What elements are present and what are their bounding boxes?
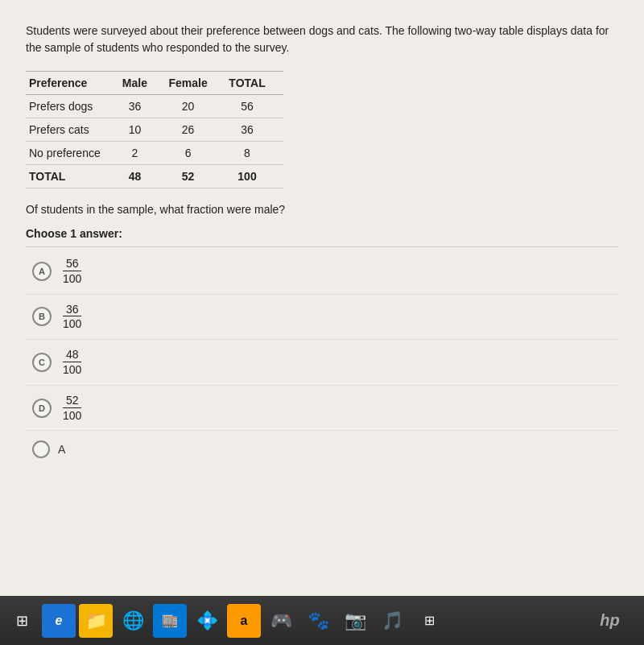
photo-icon[interactable]: 📷	[338, 604, 372, 638]
answer-circle-B[interactable]: B	[32, 307, 52, 326]
table-cell-male-2: 2	[119, 142, 166, 165]
table-cell-female-2: 6	[165, 142, 225, 165]
grid-icon[interactable]: ⊞	[412, 604, 446, 638]
answer-circle-A[interactable]: A	[32, 262, 52, 281]
app2-icon[interactable]: 🐾	[301, 604, 335, 638]
intro-text: Students were surveyed about their prefe…	[26, 23, 618, 56]
chrome-icon[interactable]: 🌐	[116, 604, 150, 638]
taskbar: ⊞ e 📁 🌐 🏬 💠 a 🎮 🐾 📷 🎵 ⊞ hp	[0, 596, 644, 645]
fraction-num-B: 36	[66, 303, 79, 316]
fraction-num-A: 56	[66, 257, 79, 271]
table-row: Prefers dogs362056	[26, 95, 283, 118]
divider	[26, 246, 618, 247]
start-icon[interactable]: ⊞	[5, 604, 39, 638]
store-icon[interactable]: 🏬	[153, 604, 187, 638]
answer-circle-C[interactable]: C	[32, 353, 52, 372]
table-cell-female-3: 52	[165, 165, 225, 188]
table-cell-total-0: 56	[225, 95, 283, 118]
col-header-preference: Preference	[26, 72, 119, 95]
fraction-D: 52100	[63, 394, 81, 423]
answer-choice-B[interactable]: B36100	[26, 295, 618, 341]
folder-icon[interactable]: 📁	[79, 604, 113, 638]
answer-circle-D[interactable]: D	[32, 399, 52, 418]
table-cell-male-0: 36	[119, 95, 166, 118]
hp-logo: hp	[600, 611, 625, 630]
choose-label: Choose 1 answer:	[26, 227, 618, 240]
fraction-denom-D: 100	[63, 407, 81, 423]
table-cell-male-3: 48	[119, 165, 166, 188]
table-cell-label-2: No preference	[26, 142, 119, 165]
question-text: Of students in the sample, what fraction…	[26, 203, 618, 216]
answer-choice-C[interactable]: C48100	[26, 340, 618, 386]
fraction-num-C: 48	[66, 348, 79, 362]
table-cell-female-0: 20	[165, 95, 225, 118]
radio-empty-circle[interactable]	[32, 440, 50, 458]
table-row: No preference268	[26, 142, 283, 165]
table-cell-female-1: 26	[165, 118, 225, 142]
table-cell-total-2: 8	[225, 142, 283, 165]
table-cell-label-3: TOTAL	[26, 165, 119, 188]
table-cell-label-0: Prefers dogs	[26, 95, 119, 118]
data-table: Preference Male Female TOTAL Prefers dog…	[26, 71, 283, 188]
table-row: Prefers cats102636	[26, 118, 283, 142]
answer-choice-A[interactable]: A56100	[26, 249, 618, 295]
fraction-num-D: 52	[66, 394, 79, 407]
game-icon[interactable]: 🎮	[264, 604, 298, 638]
fraction-denom-A: 100	[63, 271, 81, 286]
table-cell-label-1: Prefers cats	[26, 118, 119, 142]
col-header-female: Female	[165, 72, 225, 95]
fraction-denom-C: 100	[63, 362, 81, 377]
amazon-icon[interactable]: a	[227, 604, 261, 638]
fraction-C: 48100	[63, 348, 81, 377]
col-header-total: TOTAL	[225, 72, 283, 95]
answers-container: A56100B36100C48100D52100	[26, 249, 618, 431]
table-row: TOTAL4852100	[26, 165, 283, 188]
answer-choice-D[interactable]: D52100	[26, 386, 618, 432]
main-content: Students were surveyed about their prefe…	[0, 0, 644, 596]
table-cell-male-1: 10	[119, 118, 166, 142]
fraction-B: 36100	[63, 303, 81, 332]
col-header-male: Male	[119, 72, 166, 95]
table-cell-total-1: 36	[225, 118, 283, 142]
fraction-denom-B: 100	[63, 316, 81, 331]
table-cell-total-3: 100	[225, 165, 283, 188]
bottom-radio[interactable]: A	[26, 440, 618, 458]
edge-icon[interactable]: e	[42, 604, 76, 638]
dropbox-icon[interactable]: 💠	[190, 604, 224, 638]
radio-bottom-label: A	[58, 443, 65, 456]
music-icon[interactable]: 🎵	[375, 604, 409, 638]
fraction-A: 56100	[63, 257, 81, 286]
